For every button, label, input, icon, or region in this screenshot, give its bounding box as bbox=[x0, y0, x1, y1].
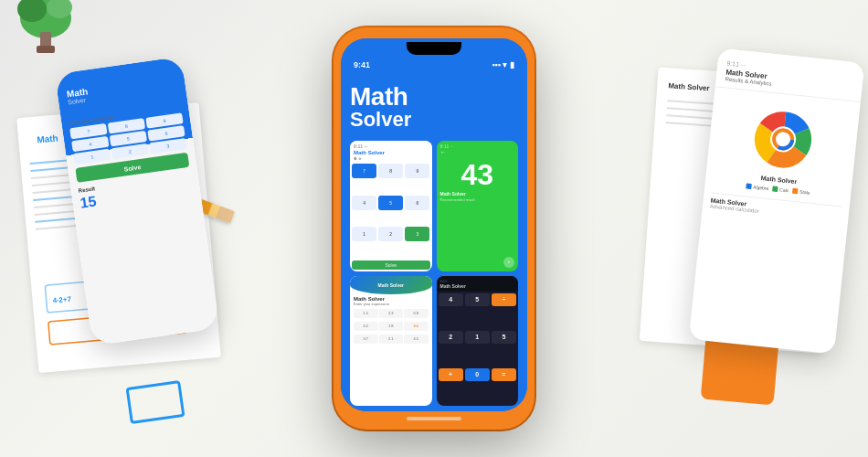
calc-btn-4: 4 bbox=[352, 196, 376, 210]
ms-bl-row3: 3.7 2.1 4.5 bbox=[350, 333, 432, 345]
screens-grid: 9:11 ··· Math Solver ⚙ ☆ 7 8 9 4 5 6 1 bbox=[350, 141, 518, 406]
ms-bl-cell: 3.7 bbox=[354, 335, 378, 344]
result-number: 43 bbox=[437, 158, 519, 191]
blue-wireframe-accent bbox=[126, 380, 185, 424]
ms-bl-row2: 4.2 1.8 3.1 bbox=[350, 320, 432, 333]
svg-rect-4 bbox=[37, 46, 55, 53]
calc-submit-btn[interactable]: Solve bbox=[352, 260, 430, 270]
ms-tr-sub: Recommended result bbox=[437, 197, 519, 203]
ms-bl-cell: 1.8 bbox=[379, 322, 404, 331]
ms-br-title: Math Solver bbox=[440, 283, 515, 289]
ms-tr-header: 9:11 ··· ← bbox=[437, 141, 519, 158]
app-title-block: Math Solver bbox=[350, 80, 518, 135]
ms-tl-title: Math Solver bbox=[354, 150, 429, 155]
ms-bl-desc: Enter your expression bbox=[350, 302, 432, 306]
mini-screen-keypad: 9:11 Math Solver 4 5 ÷ 2 1 5 + 0 = bbox=[437, 276, 519, 407]
app-title-sub: Solver bbox=[350, 110, 518, 130]
calc-grid: 7 8 9 4 5 6 1 2 3 bbox=[350, 162, 432, 259]
ms-br-top: 9:11 Math Solver bbox=[437, 276, 519, 292]
phone-right-content: Math Solver Algebra Calc Stats Math Solv… bbox=[702, 87, 861, 230]
status-icons: ▪▪▪ ▾ ▮ bbox=[492, 60, 514, 69]
ms-tr-arrow-icon[interactable]: › bbox=[503, 257, 514, 268]
paper-right-title: Math Solver bbox=[668, 81, 710, 92]
ms-bl-wave-text: Math Solver bbox=[378, 282, 404, 288]
calc-btn-1: 1 bbox=[352, 227, 376, 241]
chart-legend: Algebra Calc Stats bbox=[746, 183, 810, 195]
calc-btn-8: 8 bbox=[378, 164, 403, 178]
ms-tl-icons: ⚙ ☆ bbox=[354, 156, 362, 161]
ms-bl-wave: Math Solver bbox=[350, 276, 432, 294]
calc-btn-5: 5 bbox=[378, 196, 403, 210]
ms-bl-cell-accent: 3.1 bbox=[404, 322, 429, 331]
mini-screen-table: Math Solver Math Solver Enter your expre… bbox=[350, 276, 432, 407]
ms-bl-cell: 2.3 bbox=[379, 309, 404, 318]
calc-btn-6: 6 bbox=[405, 196, 429, 210]
notch-container bbox=[341, 38, 527, 55]
chart-label: Math Solver bbox=[760, 175, 797, 185]
ms-br-key-5b: 5 bbox=[492, 331, 516, 344]
ms-tl-status: 9:11 ··· bbox=[354, 143, 429, 149]
calc-btn-7: 7 bbox=[352, 164, 376, 178]
ms-bl-cell: 0.8 bbox=[404, 309, 429, 318]
phone-notch bbox=[407, 42, 461, 55]
ms-br-key-orange: ÷ bbox=[492, 293, 516, 306]
home-indicator bbox=[407, 417, 461, 420]
ms-bl-cell: 4.5 bbox=[404, 335, 429, 344]
app-title-main: Math bbox=[350, 84, 518, 110]
right-phone-footer: Math Solver Advanced calculator bbox=[710, 192, 842, 222]
phone-main: 9:41 ▪▪▪ ▾ ▮ Math Solver 9:11 ··· Math S… bbox=[333, 27, 535, 430]
calc-btn-9: 9 bbox=[405, 164, 429, 178]
calc-btn-2: 2 bbox=[378, 227, 403, 241]
ms-bl-cell: 1.5 bbox=[354, 309, 378, 318]
mini-screen-result: 9:11 ··· ← 43 Math Solver Recommended re… bbox=[437, 141, 519, 271]
status-time: 9:41 bbox=[354, 60, 370, 69]
ms-br-key-eq: = bbox=[492, 368, 516, 381]
svg-text:4·2+7: 4·2+7 bbox=[52, 295, 71, 305]
ms-br-key-zero: 0 bbox=[465, 368, 490, 381]
ms-bl-cell: 2.1 bbox=[379, 335, 404, 344]
status-bar: 9:41 ▪▪▪ ▾ ▮ bbox=[341, 55, 527, 71]
pie-chart bbox=[748, 104, 819, 175]
ms-tl-header: 9:11 ··· Math Solver ⚙ ☆ bbox=[350, 141, 432, 162]
ms-br-key-4: 4 bbox=[439, 293, 463, 306]
ms-tr-status: 9:11 ··· bbox=[440, 143, 515, 149]
phone-right: 9:11 ··· Math Solver Results & Analytics… bbox=[689, 48, 865, 355]
ms-tr-back: ← bbox=[440, 149, 447, 155]
phone-main-screen: 9:41 ▪▪▪ ▾ ▮ Math Solver 9:11 ··· Math S… bbox=[341, 38, 527, 411]
ms-bl-cell: 4.2 bbox=[354, 322, 378, 331]
ms-br-key-2: 2 bbox=[439, 331, 463, 344]
ms-br-keypad: 4 5 ÷ 2 1 5 + 0 = bbox=[437, 292, 519, 407]
ms-bl-row1: 1.5 2.3 0.8 bbox=[350, 307, 432, 320]
phone-main-content: Math Solver 9:11 ··· Math Solver ⚙ ☆ 7 bbox=[341, 71, 527, 411]
ms-br-key-1: 1 bbox=[465, 331, 490, 344]
paper-math-label: Math bbox=[37, 133, 58, 144]
ms-br-key-plus: + bbox=[439, 368, 463, 381]
ms-br-key-5: 5 bbox=[465, 293, 490, 306]
mini-screen-calculator: 9:11 ··· Math Solver ⚙ ☆ 7 8 9 4 5 6 1 bbox=[350, 141, 432, 271]
plant-decoration bbox=[9, 0, 82, 64]
calc-btn-3: 3 bbox=[405, 227, 429, 241]
